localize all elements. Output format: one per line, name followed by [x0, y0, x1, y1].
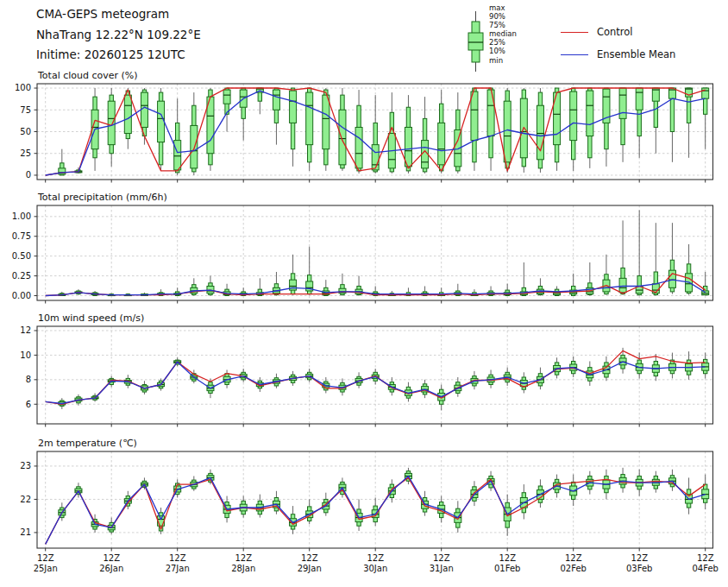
svg-text:12Z: 12Z — [37, 553, 54, 563]
panel-title-cloud-cover: Total cloud cover (%) — [38, 70, 138, 81]
svg-text:12Z: 12Z — [565, 553, 582, 563]
meteogram-canvas: 02550751000.000.250.500.751.006810122122… — [0, 0, 728, 587]
svg-text:8: 8 — [26, 375, 31, 384]
svg-text:6: 6 — [26, 400, 31, 409]
svg-text:100: 100 — [15, 83, 31, 92]
svg-text:29Jan: 29Jan — [298, 564, 322, 573]
svg-text:12Z: 12Z — [499, 553, 516, 563]
legend-label-max: max — [489, 3, 517, 12]
svg-text:25Jan: 25Jan — [34, 564, 58, 573]
app-title: CMA-GEPS meteogram — [36, 4, 201, 25]
svg-text:0.25: 0.25 — [12, 271, 31, 281]
legend-label-75: 75% — [489, 21, 517, 29]
control-label: Control — [597, 26, 633, 38]
ensemble-mean-label: Ensemble Mean — [597, 48, 675, 60]
boxplot-legend-labels: max 90% 75% median 25% 10% min — [489, 3, 517, 65]
svg-text:0.00: 0.00 — [12, 291, 31, 300]
legend-label-10: 10% — [489, 47, 517, 55]
ensemble-mean-line-icon — [561, 54, 588, 55]
svg-text:12Z: 12Z — [169, 553, 186, 563]
svg-text:50: 50 — [20, 127, 31, 136]
svg-text:04Feb: 04Feb — [692, 564, 718, 573]
legend-label-90: 90% — [489, 12, 517, 21]
legend-label-min: min — [489, 56, 517, 65]
svg-text:0.50: 0.50 — [12, 251, 31, 261]
init-time: Initime: 20260125 12UTC — [36, 45, 201, 66]
svg-text:12: 12 — [20, 325, 31, 335]
svg-text:12Z: 12Z — [697, 553, 714, 563]
legend-label-25: 25% — [489, 38, 517, 47]
svg-text:1.00: 1.00 — [12, 211, 31, 221]
svg-text:23: 23 — [20, 461, 31, 470]
svg-text:12Z: 12Z — [631, 553, 648, 563]
series-legend: Control Ensemble Mean — [561, 21, 675, 66]
panel-title-temperature: 2m temperature (℃) — [38, 438, 137, 449]
svg-text:02Feb: 02Feb — [560, 564, 586, 573]
svg-text:01Feb: 01Feb — [494, 564, 520, 573]
svg-text:03Feb: 03Feb — [626, 564, 652, 573]
svg-text:12Z: 12Z — [433, 553, 450, 563]
svg-text:21: 21 — [20, 527, 31, 537]
legend-entry-ensemble-mean: Ensemble Mean — [561, 43, 675, 66]
panel-title-precipitation: Total precipitation (mm/6h) — [38, 192, 167, 203]
svg-text:12Z: 12Z — [103, 553, 120, 563]
svg-text:25: 25 — [20, 148, 31, 158]
svg-text:0: 0 — [26, 170, 31, 180]
svg-text:26Jan: 26Jan — [99, 564, 123, 573]
svg-text:0.75: 0.75 — [12, 231, 31, 241]
svg-text:12Z: 12Z — [235, 553, 252, 563]
svg-text:31Jan: 31Jan — [430, 564, 454, 573]
legend-label-median: median — [489, 29, 517, 38]
svg-text:10: 10 — [20, 350, 31, 360]
legend-entry-control: Control — [561, 21, 675, 43]
svg-text:30Jan: 30Jan — [363, 564, 387, 573]
panel-title-wind-speed: 10m wind speed (m/s) — [38, 312, 144, 324]
header: CMA-GEPS meteogram NhaTrang 12.22°N 109.… — [36, 4, 201, 66]
svg-text:27Jan: 27Jan — [166, 564, 190, 573]
svg-text:75: 75 — [20, 105, 31, 115]
control-line-icon — [561, 32, 588, 33]
svg-text:22: 22 — [20, 495, 31, 504]
svg-text:12Z: 12Z — [301, 553, 318, 563]
svg-text:28Jan: 28Jan — [231, 564, 255, 573]
meteogram-page: 02550751000.000.250.500.751.006810122122… — [0, 0, 728, 587]
svg-text:12Z: 12Z — [367, 553, 384, 563]
station-coordinates: NhaTrang 12.22°N 109.22°E — [36, 25, 201, 46]
